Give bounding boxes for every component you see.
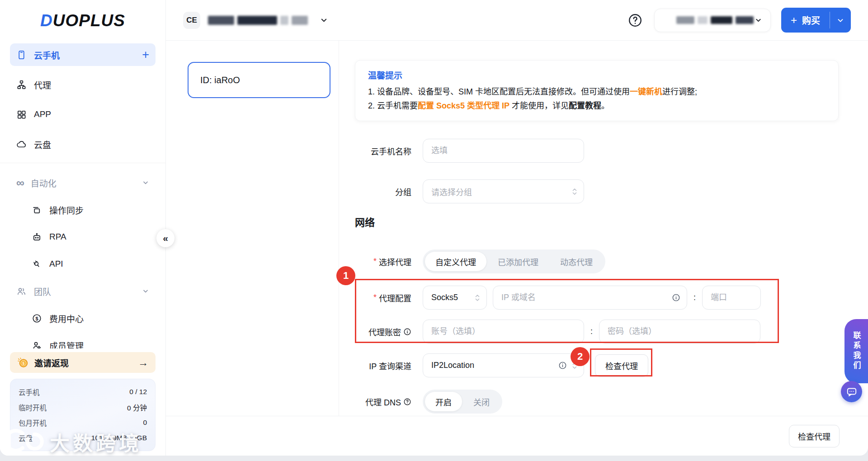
required-asterisk: * [373, 257, 377, 266]
check-proxy-button[interactable]: 检查代理 [595, 354, 648, 377]
sidebar-item-proxy[interactable]: 代理 [10, 73, 156, 96]
one-key-new-device-link[interactable]: 一键新机 [630, 87, 662, 96]
config-form: 温馨提示 1. 设备品牌、设备型号、SIM 卡地区配置后无法直接修改。但可通过使… [339, 41, 868, 416]
buy-dropdown-button[interactable] [830, 8, 851, 33]
sidebar-item-cloud-disk[interactable]: 云盘 [10, 133, 156, 155]
question-icon[interactable] [403, 398, 411, 406]
duoplus-logo: DUOPLUS [0, 0, 165, 42]
proxy-type-row: * 选择代理 自定义代理 已添加代理 动态代理 [355, 249, 868, 273]
buy-label: 购买 [802, 14, 820, 27]
protocol-select[interactable]: Socks5 [423, 286, 487, 310]
phone-name-input[interactable] [423, 139, 584, 163]
help-icon[interactable] [627, 12, 644, 28]
tab-added-proxy[interactable]: 已添加代理 [487, 252, 549, 271]
stat-row-cloud-disk: 云盘 1015.99MB / 5GB [19, 433, 147, 443]
content: ID: iaRoO 温馨提示 1. 设备品牌、设备型号、SIM 卡地区配置后无法… [166, 41, 868, 416]
sidebar-item-rpa[interactable]: RPA [25, 226, 156, 248]
contact-us-tab[interactable]: 联系我们 [844, 319, 868, 383]
sidebar-item-label: 成员管理 [49, 339, 84, 349]
sidebar-item-label: 云手机 [34, 49, 60, 61]
app-window: DUOPLUS 云手机 + 代理 APP 云盘 ∞ [0, 0, 868, 456]
colon-separator: : [590, 327, 593, 336]
info-icon[interactable] [558, 361, 567, 370]
ip-channel-value: IP2Location [431, 361, 554, 370]
phone-name-label: 云手机名称 [355, 145, 411, 157]
operation-sync-icon [32, 205, 42, 215]
tab-dynamic-proxy[interactable]: 动态代理 [550, 252, 603, 271]
chevron-down-icon [755, 16, 762, 24]
plus-icon: + [791, 15, 797, 26]
notice-title: 温馨提示 [368, 69, 826, 81]
stat-row-temp-uptime: 临时开机 0 分钟 [19, 402, 147, 412]
arrow-right-icon: → [138, 357, 148, 369]
sidebar-item-member-management[interactable]: 成员管理 [25, 334, 156, 348]
info-icon[interactable] [672, 293, 680, 302]
proxy-password-input[interactable] [599, 320, 760, 343]
redacted-workspace-name [208, 16, 308, 25]
proxy-config-row: * 代理配置 Socks5 : [355, 286, 868, 310]
proxy-dns-row: 代理 DNS 开启 关闭 [355, 390, 868, 414]
infinity-icon: ∞ [16, 177, 24, 188]
plug-icon [32, 259, 42, 269]
sidebar-item-app[interactable]: APP [10, 103, 156, 126]
invite-cashback-banner[interactable]: $ 邀请返现 → [10, 352, 156, 373]
stat-value: 0 分钟 [127, 402, 147, 412]
svg-text:$: $ [35, 315, 38, 321]
stat-row-monthly-uptime: 包月开机 0 [19, 418, 147, 428]
sidebar-group-automation[interactable]: ∞ 自动化 [10, 171, 156, 194]
socks5-proxy-highlight: 配置 Socks5 类型代理 IP [418, 101, 509, 110]
proxy-network-icon [16, 80, 27, 90]
proxy-account-input[interactable] [423, 320, 584, 343]
chat-bubble-icon [846, 386, 858, 398]
proxy-config-label: * 代理配置 [355, 292, 411, 304]
dns-toggle: 开启 关闭 [423, 390, 502, 414]
sidebar-group-team[interactable]: 团队 [10, 280, 156, 302]
buy-button[interactable]: + 购买 [781, 8, 830, 33]
stat-label: 云盘 [19, 433, 33, 443]
logo-mark: D [40, 11, 53, 30]
sidebar-item-label: 云盘 [34, 138, 51, 151]
dns-off-option[interactable]: 关闭 [463, 392, 500, 411]
group-select[interactable]: 请选择分组 [423, 179, 584, 203]
sidebar-divider [0, 163, 165, 163]
sidebar-item-cloud-phone[interactable]: 云手机 + [10, 43, 156, 66]
config-tutorial-link[interactable]: 配置教程 [569, 101, 601, 110]
footer-check-proxy-button[interactable]: 检查代理 [789, 425, 840, 447]
stat-value: 0 [143, 419, 147, 427]
network-section-title: 网络 [355, 214, 868, 229]
stat-label: 云手机 [19, 387, 40, 397]
app-grid-icon [16, 109, 27, 120]
select-arrows-icon [571, 362, 578, 370]
proxy-port-input[interactable] [702, 286, 761, 310]
tab-custom-proxy[interactable]: 自定义代理 [425, 252, 486, 271]
dns-on-option[interactable]: 开启 [425, 392, 462, 411]
sidebar-item-operation-sync[interactable]: 操作同步 [25, 198, 156, 221]
sidebar-collapse-button[interactable]: « [156, 229, 175, 247]
workspace-chevron-down-icon[interactable] [320, 16, 328, 24]
notice-card: 温馨提示 1. 设备品牌、设备型号、SIM 卡地区配置后无法直接修改。但可通过使… [355, 60, 839, 121]
chat-bubble-button[interactable] [841, 381, 862, 402]
cloud-icon [16, 139, 27, 150]
stat-value: 1015.99MB / 5GB [91, 434, 147, 442]
sidebar-item-billing-center[interactable]: $ 费用中心 [25, 307, 156, 329]
redacted-account-name [676, 16, 754, 24]
sidebar-item-label: 代理 [34, 79, 51, 91]
group-row: 分组 请选择分组 [355, 179, 868, 203]
notice-line-1: 1. 设备品牌、设备型号、SIM 卡地区配置后无法直接修改。但可通过使用一键新机… [368, 85, 826, 99]
chevron-down-icon [142, 287, 149, 295]
proxy-auth-row: 代理账密 : [355, 320, 868, 343]
proxy-ip-input[interactable] [493, 286, 687, 310]
sidebar-item-api[interactable]: API [25, 253, 156, 275]
account-dropdown[interactable] [654, 9, 771, 32]
proxy-dns-label: 代理 DNS [355, 396, 411, 408]
dollar-coin-icon: $ [32, 313, 42, 324]
ip-channel-select[interactable]: IP2Location [423, 353, 584, 377]
add-phone-button[interactable]: + [142, 49, 149, 61]
colon-separator: : [693, 293, 696, 302]
proxy-type-label: * 选择代理 [355, 256, 411, 268]
device-id-card[interactable]: ID: iaRoO [188, 62, 330, 98]
stat-label: 临时开机 [19, 402, 47, 412]
collapse-icon: « [163, 233, 168, 244]
select-arrows-icon [571, 188, 578, 196]
info-icon[interactable] [403, 328, 411, 336]
